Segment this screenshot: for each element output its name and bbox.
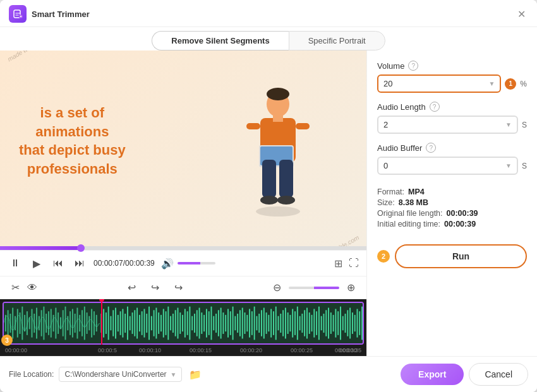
size-value: 8.38 MB (399, 198, 428, 207)
volume-slider[interactable] (178, 262, 215, 264)
svg-rect-79 (158, 312, 159, 334)
file-path-dropdown-icon: ▼ (171, 371, 177, 378)
timeline-playhead[interactable] (101, 299, 102, 345)
title-bar-left: Smart Trimmer (9, 5, 90, 23)
play-button[interactable]: ▶ (29, 256, 44, 271)
svg-rect-18 (9, 314, 11, 333)
audio-buffer-value: 0 (383, 161, 388, 170)
svg-rect-74 (146, 314, 147, 333)
character-figure (240, 85, 316, 211)
volume-dropdown-icon: ▼ (488, 80, 495, 87)
undo-button[interactable]: ↩ (124, 280, 140, 295)
initial-time-row: Initial editing time: 00:00:39 (377, 220, 527, 229)
svg-rect-114 (242, 308, 243, 339)
svg-rect-82 (166, 311, 167, 335)
fullscreen-icon[interactable]: ⛶ (349, 258, 359, 269)
svg-rect-149 (325, 310, 327, 336)
svg-rect-146 (318, 307, 320, 340)
svg-rect-129 (278, 316, 279, 331)
svg-rect-76 (151, 316, 152, 331)
run-button[interactable]: Run (395, 244, 527, 268)
zoom-in-button[interactable]: ⊕ (343, 280, 359, 295)
volume-help-icon[interactable]: ? (408, 61, 418, 71)
svg-rect-88 (179, 312, 181, 334)
svg-rect-83 (167, 307, 169, 340)
svg-rect-23 (21, 307, 23, 340)
svg-rect-42 (67, 316, 68, 331)
zoom-out-button[interactable]: ⊖ (269, 280, 285, 295)
svg-rect-19 (12, 308, 13, 339)
svg-rect-93 (191, 316, 193, 331)
audio-length-help-icon[interactable]: ? (430, 102, 440, 112)
next-button[interactable]: ⏭ (72, 256, 87, 271)
zoom-slider[interactable] (289, 287, 339, 289)
audio-buffer-help-icon[interactable]: ? (426, 143, 436, 153)
svg-rect-122 (261, 310, 262, 336)
prev-button[interactable]: ⏮ (51, 256, 66, 271)
svg-rect-159 (349, 308, 351, 339)
audio-length-value: 2 (383, 120, 388, 129)
svg-rect-16 (5, 315, 6, 331)
volume-area: 🔊 (161, 258, 215, 270)
video-text: is a set of animations that depict busy … (19, 104, 126, 179)
original-length-label: Original file length: (377, 209, 443, 218)
file-location-label: File Location: (9, 370, 54, 379)
svg-rect-28 (33, 314, 35, 333)
svg-rect-20 (15, 316, 16, 331)
svg-rect-84 (170, 316, 171, 331)
volume-label-row: Volume ? (377, 61, 527, 71)
audio-buffer-select[interactable]: 0 ▼ (377, 157, 518, 175)
main-window: Smart Trimmer ✕ Remove Silent Segments S… (0, 0, 537, 392)
volume-label: Volume (377, 61, 404, 71)
svg-rect-103 (215, 314, 217, 333)
audio-length-select[interactable]: 2 ▼ (377, 116, 518, 134)
svg-rect-87 (178, 308, 179, 339)
close-button[interactable]: ✕ (514, 7, 528, 21)
svg-rect-35 (51, 309, 52, 337)
svg-rect-69 (134, 310, 135, 336)
bottom-bar: File Location: C:\Wondershare UniConvert… (0, 356, 537, 392)
svg-rect-126 (270, 309, 272, 337)
svg-rect-21 (17, 309, 18, 337)
screenshot-icon[interactable]: ⊞ (334, 258, 342, 270)
svg-rect-62 (118, 315, 119, 331)
folder-button[interactable]: 📁 (187, 366, 203, 383)
cut-icon[interactable]: ✂ (8, 280, 23, 295)
svg-rect-41 (65, 307, 66, 340)
svg-rect-38 (57, 312, 59, 334)
audio-buffer-unit: S (522, 162, 527, 170)
svg-rect-117 (249, 309, 250, 337)
svg-rect-34 (48, 311, 49, 335)
redo-left-button[interactable]: ↪ (147, 280, 163, 295)
svg-rect-162 (357, 309, 358, 337)
cancel-button[interactable]: Cancel (469, 363, 528, 386)
svg-rect-78 (155, 308, 157, 339)
svg-rect-77 (154, 310, 155, 336)
pause-button[interactable]: ⏸ (8, 256, 23, 271)
volume-select[interactable]: 20 ▼ (377, 74, 501, 93)
svg-rect-123 (263, 308, 265, 339)
video-text-line3: that depict busy (19, 141, 126, 160)
volume-icon[interactable]: 🔊 (161, 258, 174, 270)
svg-rect-29 (36, 308, 37, 339)
svg-rect-110 (232, 307, 234, 340)
file-path-select[interactable]: C:\Wondershare UniConverter ▼ (59, 367, 182, 382)
video-progress-bar[interactable] (0, 246, 366, 250)
tab-remove-silent[interactable]: Remove Silent Segments (152, 31, 288, 50)
audio-length-label: Audio Length (377, 102, 426, 112)
svg-rect-49 (84, 307, 85, 340)
svg-rect-144 (313, 309, 315, 337)
watermark-bottom-right: made with Biteable.com (299, 234, 360, 246)
progress-handle[interactable] (77, 244, 85, 252)
audio-buffer-label-row: Audio Buffer ? (377, 143, 527, 153)
size-row: Size: 8.38 MB (377, 198, 527, 207)
redo-right-button[interactable]: ↪ (171, 280, 186, 295)
export-button[interactable]: Export (401, 364, 464, 385)
svg-rect-151 (330, 312, 332, 334)
tab-specific-portrait[interactable]: Specific Portrait (289, 31, 385, 50)
svg-rect-118 (251, 311, 253, 335)
svg-rect-17 (8, 310, 9, 336)
timeline-area[interactable]: 3 (0, 299, 366, 356)
audio-buffer-field: Audio Buffer ? 0 ▼ S (377, 143, 527, 175)
eye-icon[interactable]: 👁 (23, 281, 41, 295)
